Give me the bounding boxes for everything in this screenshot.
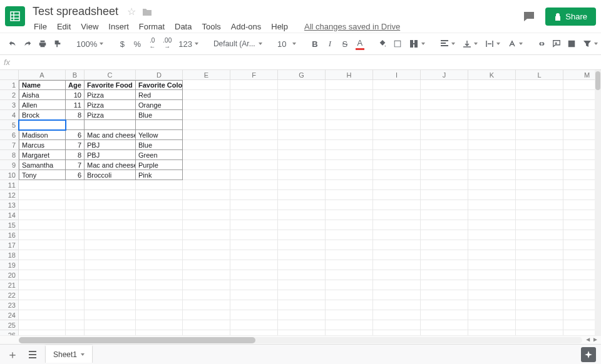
cell[interactable] [183,190,230,200]
cell[interactable] [230,140,278,150]
col-header[interactable]: B [66,70,85,80]
cell[interactable] [230,250,278,260]
cell[interactable] [19,230,66,240]
cell[interactable]: PBJ [85,150,136,160]
cell[interactable] [326,290,373,300]
cell[interactable] [136,310,183,320]
cell[interactable] [326,280,373,290]
select-all-corner[interactable] [0,70,19,80]
cell[interactable] [183,100,230,110]
cell[interactable] [183,110,230,120]
cell[interactable] [468,130,516,140]
cell[interactable] [421,120,468,130]
cell[interactable]: 6 [66,170,85,180]
cell[interactable] [278,310,326,320]
cell[interactable] [468,320,516,330]
cell[interactable] [183,210,230,220]
cell[interactable] [85,310,136,320]
cell[interactable] [421,130,468,140]
col-header[interactable]: H [326,70,373,80]
cell[interactable] [278,130,326,140]
cell[interactable] [326,260,373,270]
move-folder-icon[interactable] [142,8,152,16]
cell[interactable]: Pink [136,170,183,180]
cell[interactable] [468,280,516,290]
cell[interactable] [373,310,421,320]
cell[interactable] [66,290,85,300]
cell[interactable] [66,190,85,200]
cell[interactable]: Pizza [85,100,136,110]
cell[interactable] [278,220,326,230]
cell[interactable] [19,290,66,300]
cell[interactable]: Pizza [85,110,136,120]
cell[interactable] [183,270,230,280]
cell[interactable] [66,230,85,240]
cell[interactable] [136,270,183,280]
doc-title[interactable]: Test spreadsheet [30,4,121,19]
cell[interactable] [85,320,136,330]
text-rotation-button[interactable] [505,39,525,48]
cell[interactable] [468,260,516,270]
cell[interactable] [373,130,421,140]
cell[interactable] [373,290,421,300]
cell[interactable] [19,180,66,190]
cell[interactable] [516,130,563,140]
cell[interactable] [516,250,563,260]
cell[interactable] [183,200,230,210]
cell[interactable] [230,230,278,240]
menu-format[interactable]: Format [135,21,168,33]
cell[interactable] [468,300,516,310]
cell[interactable]: 10 [66,90,85,100]
comments-button[interactable] [520,8,538,26]
row-header[interactable]: 13 [0,200,19,210]
row-header[interactable]: 18 [0,250,19,260]
cell[interactable] [183,290,230,300]
cell[interactable] [326,180,373,190]
cell[interactable]: 8 [66,110,85,120]
cell[interactable]: 7 [66,140,85,150]
italic-button[interactable]: I [324,36,336,51]
cell[interactable] [421,310,468,320]
cell[interactable] [516,330,563,335]
cell[interactable] [516,260,563,270]
cell[interactable] [136,260,183,270]
cell[interactable] [421,170,468,180]
cell[interactable] [373,120,421,130]
cell[interactable]: Blue [136,140,183,150]
cell[interactable]: Marcus [19,140,66,150]
cell[interactable] [468,220,516,230]
cell[interactable] [19,260,66,270]
cell[interactable] [373,210,421,220]
cell[interactable]: PBJ [85,140,136,150]
cell[interactable] [421,110,468,120]
row-header[interactable]: 4 [0,110,19,120]
cell[interactable] [516,110,563,120]
redo-button[interactable] [21,36,34,51]
col-header[interactable]: C [85,70,136,80]
cell[interactable]: Samantha [19,160,66,170]
cell[interactable] [183,240,230,250]
cell[interactable] [373,140,421,150]
cell[interactable] [516,140,563,150]
vertical-scrollbar[interactable] [595,70,601,335]
cell[interactable] [183,130,230,140]
row-header[interactable]: 3 [0,100,19,110]
cell[interactable] [183,320,230,330]
cell[interactable] [183,160,230,170]
menu-view[interactable]: View [77,21,102,33]
cell[interactable] [326,90,373,100]
cell[interactable] [468,240,516,250]
row-header[interactable]: 2 [0,90,19,100]
sheet-tab-sheet1[interactable]: Sheet1 [45,345,93,363]
menu-tools[interactable]: Tools [198,21,224,33]
increase-decimal-button[interactable]: .00→ [161,36,173,51]
cell[interactable] [373,190,421,200]
cell[interactable]: Mac and cheese [85,160,136,170]
cell[interactable] [421,200,468,210]
cell[interactable] [230,190,278,200]
cell[interactable] [230,280,278,290]
decrease-decimal-button[interactable]: .0← [146,36,158,51]
menu-insert[interactable]: Insert [105,21,133,33]
cell[interactable] [516,240,563,250]
cell[interactable] [373,80,421,90]
